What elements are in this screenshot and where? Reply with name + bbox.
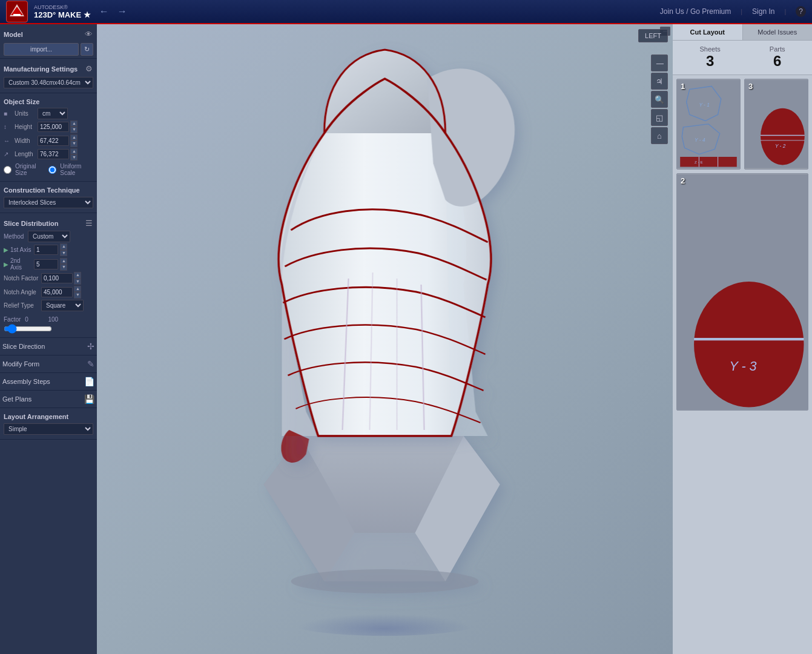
get-plans-action[interactable]: Get Plans 💾 bbox=[0, 391, 97, 408]
uniform-scale-radio[interactable] bbox=[48, 166, 56, 174]
model-display bbox=[97, 24, 673, 654]
notch-factor-row: Notch Factor 0,100 ▲ ▼ bbox=[4, 272, 93, 285]
width-input[interactable]: 67,422 bbox=[38, 136, 69, 146]
modify-form-action[interactable]: Modify Form ✎ bbox=[0, 355, 97, 373]
units-select[interactable]: cmmmin bbox=[38, 108, 68, 119]
refresh-button[interactable]: ↻ bbox=[81, 43, 93, 56]
svg-text:Y - 4: Y - 4 bbox=[695, 137, 705, 143]
parts-label: Parts bbox=[770, 45, 785, 53]
axis1-input[interactable]: 1 bbox=[34, 245, 58, 255]
factor-max: 100 bbox=[48, 316, 58, 323]
axis2-row: ▶ 2nd Axis 5 ▲ ▼ bbox=[4, 257, 93, 271]
svg-text:Y - 1: Y - 1 bbox=[699, 102, 709, 108]
slice-dist-section: Slice Distribution ☰ Method CustomUnifor… bbox=[0, 213, 97, 337]
main-body bbox=[279, 50, 515, 463]
original-size-label: Original Size bbox=[15, 163, 45, 176]
model-eye-btn[interactable]: 👁 bbox=[84, 29, 93, 39]
import-row: import... ↻ bbox=[4, 43, 93, 56]
manufacturing-settings-btn[interactable]: ⚙ bbox=[85, 64, 93, 74]
axis2-input[interactable]: 5 bbox=[34, 259, 58, 269]
back-arrow[interactable]: ← bbox=[97, 5, 111, 18]
construction-select[interactable]: Interlocked Slices Stacked Slices Curve bbox=[4, 197, 93, 208]
svg-rect-3 bbox=[13, 14, 21, 16]
assembly-steps-label: Assembly Steps bbox=[2, 378, 50, 385]
modify-form-label: Modify Form bbox=[2, 360, 39, 368]
get-plans-icon: 💾 bbox=[84, 394, 94, 404]
factor-min: 0 bbox=[25, 316, 28, 323]
sheet-2-thumb[interactable]: 2 Y - 3 bbox=[676, 173, 808, 411]
forward-arrow[interactable]: → bbox=[115, 5, 130, 18]
units-label: Units bbox=[15, 110, 36, 117]
notch-angle-down[interactable]: ▼ bbox=[74, 292, 81, 298]
assembly-steps-action[interactable]: Assembly Steps 📄 bbox=[0, 373, 97, 391]
cut-layout-tab[interactable]: Cut Layout bbox=[673, 24, 743, 40]
notch-angle-spinner: ▲ ▼ bbox=[74, 286, 81, 299]
modify-form-icon: ✎ bbox=[87, 359, 94, 369]
left-panel: Model 👁 import... ↻ Manufacturing Settin… bbox=[0, 24, 97, 654]
length-up[interactable]: ▲ bbox=[70, 148, 78, 154]
right-panel-stats: Sheets 3 Parts 6 bbox=[673, 41, 812, 75]
relief-type-select[interactable]: SquareRound bbox=[41, 300, 84, 311]
sign-in-link[interactable]: Sign In bbox=[752, 7, 774, 16]
length-label: Length bbox=[15, 151, 36, 157]
layout-select[interactable]: SimpleNested bbox=[4, 423, 93, 435]
manufacturing-section: Manufacturing Settings ⚙ Custom 30.48cmx… bbox=[0, 59, 97, 93]
uniform-scale-label: Uniform Scale bbox=[60, 163, 93, 176]
factor-slider[interactable] bbox=[4, 324, 52, 334]
length-input[interactable]: 76,372 bbox=[38, 149, 69, 159]
relief-type-row: Relief Type SquareRound bbox=[4, 300, 93, 311]
width-down[interactable]: ▼ bbox=[70, 140, 78, 147]
svg-text:Y - 2: Y - 2 bbox=[775, 143, 786, 149]
length-down[interactable]: ▼ bbox=[70, 154, 78, 160]
notch-factor-label: Notch Factor bbox=[4, 275, 40, 282]
help-link[interactable]: ? bbox=[796, 6, 806, 17]
axis2-play[interactable]: ▶ bbox=[4, 261, 8, 268]
sheet-2-num: 2 bbox=[681, 176, 685, 185]
join-premium-link[interactable]: Join Us / Go Premium bbox=[660, 7, 731, 16]
import-button[interactable]: import... bbox=[4, 43, 79, 56]
sheet-3-thumb[interactable]: 3 Y - 2 bbox=[744, 79, 808, 170]
header-divider: | bbox=[741, 8, 742, 15]
nav-arrows: ← → bbox=[97, 5, 130, 18]
axis2-up[interactable]: ▲ bbox=[60, 258, 67, 264]
get-plans-label: Get Plans bbox=[2, 395, 31, 403]
slice-direction-icon: ✢ bbox=[87, 342, 94, 351]
original-size-radio[interactable] bbox=[4, 166, 12, 174]
notch-angle-row: Notch Angle 45,000 ▲ ▼ bbox=[4, 286, 93, 299]
right-panel: Cut Layout Model Issues Sheets 3 Parts 6… bbox=[673, 24, 812, 654]
width-row: ↔ Width 67,422 ▲ ▼ bbox=[4, 134, 93, 147]
object-size-section: Object Size ■ Units cmmmin ↕ Height 125,… bbox=[0, 93, 97, 182]
manufacturing-preset-select[interactable]: Custom 30.48cmx40.64cm bbox=[4, 77, 93, 88]
axis2-down[interactable]: ▼ bbox=[60, 264, 67, 270]
object-size-label: Object Size bbox=[4, 98, 39, 105]
axis1-up[interactable]: ▲ bbox=[60, 243, 67, 249]
manufacturing-label: Manufacturing Settings bbox=[4, 65, 78, 73]
notch-angle-input[interactable]: 45,000 bbox=[41, 287, 73, 297]
parts-value: 6 bbox=[770, 53, 785, 70]
width-up[interactable]: ▲ bbox=[70, 134, 78, 140]
model-header: Model 👁 bbox=[4, 27, 93, 41]
method-select[interactable]: CustomUniform bbox=[28, 231, 70, 242]
notch-factor-down[interactable]: ▼ bbox=[74, 279, 81, 285]
model-issues-tab[interactable]: Model Issues bbox=[743, 24, 813, 40]
height-up[interactable]: ▲ bbox=[70, 121, 78, 127]
height-input[interactable]: 125,000 bbox=[38, 122, 69, 132]
sheet-1-thumb[interactable]: 1 Y - 1 Y - 4 Z - E bbox=[676, 79, 741, 170]
parts-stat: Parts 6 bbox=[770, 45, 785, 70]
sheets-grid: 1 Y - 1 Y - 4 Z - E bbox=[673, 75, 812, 654]
construction-header: Construction Technique bbox=[4, 184, 93, 195]
slice-direction-action[interactable]: Slice Direction ✢ bbox=[0, 338, 97, 355]
axis1-play[interactable]: ▶ bbox=[4, 246, 8, 253]
height-icon: ↕ bbox=[4, 124, 13, 130]
axis1-down[interactable]: ▼ bbox=[60, 250, 67, 256]
notch-factor-up[interactable]: ▲ bbox=[74, 272, 81, 278]
manufacturing-preset-row: Custom 30.48cmx40.64cm bbox=[4, 77, 93, 88]
svg-text:Y - 3: Y - 3 bbox=[729, 358, 756, 374]
notch-factor-input[interactable]: 0,100 bbox=[41, 273, 73, 283]
header-left: AUTODESK® 123D° MAKE ★ ← → bbox=[6, 1, 130, 22]
notch-angle-label: Notch Angle bbox=[4, 289, 40, 296]
height-down[interactable]: ▼ bbox=[70, 127, 78, 133]
notch-angle-up[interactable]: ▲ bbox=[74, 286, 81, 292]
slice-dist-settings-btn[interactable]: ☰ bbox=[85, 218, 93, 228]
svg-point-4 bbox=[291, 569, 479, 593]
